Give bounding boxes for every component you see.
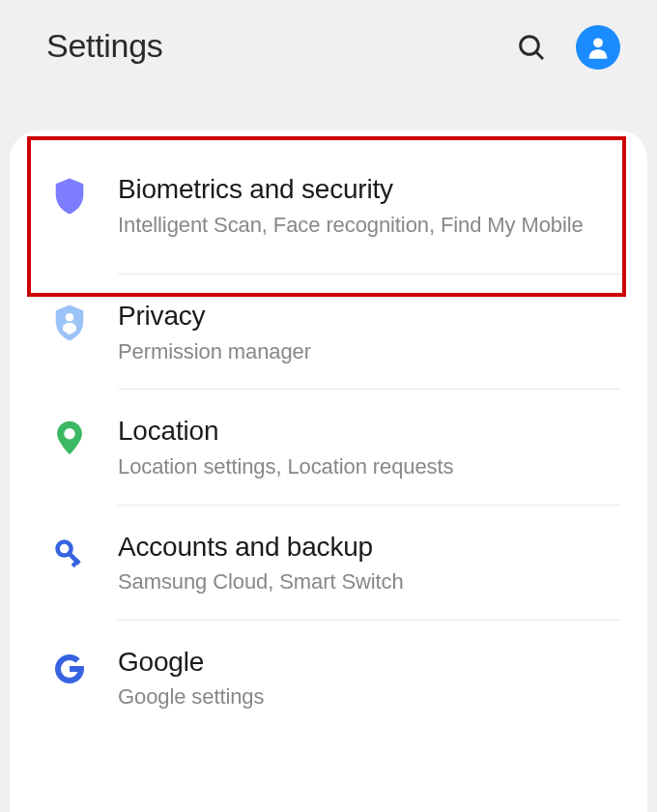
header: Settings [0, 0, 657, 130]
item-subtitle: Permission manager [118, 338, 616, 366]
item-content: Google Google settings [97, 646, 616, 711]
svg-line-1 [536, 52, 543, 59]
item-subtitle: Google settings [118, 683, 616, 711]
shield-person-icon [43, 304, 97, 342]
key-icon [43, 535, 97, 573]
list-item-accounts[interactable]: Accounts and backup Samsung Cloud, Smart… [10, 506, 647, 620]
item-title: Accounts and backup [118, 531, 616, 564]
svg-point-0 [521, 37, 539, 55]
item-content: Location Location settings, Location req… [97, 415, 616, 480]
google-icon [43, 650, 97, 688]
svg-point-2 [593, 38, 603, 47]
settings-card: Biometrics and security Intelligent Scan… [10, 130, 647, 812]
shield-icon [43, 177, 97, 216]
item-title: Google [118, 646, 616, 679]
item-content: Privacy Permission manager [97, 300, 616, 365]
item-title: Biometrics and security [118, 173, 616, 206]
location-pin-icon [43, 419, 97, 457]
profile-button[interactable] [576, 25, 620, 70]
item-content: Biometrics and security Intelligent Scan… [97, 173, 616, 239]
item-title: Privacy [118, 300, 616, 333]
list-item-google[interactable]: Google Google settings [10, 621, 647, 735]
item-content: Accounts and backup Samsung Cloud, Smart… [97, 531, 616, 596]
svg-point-4 [64, 428, 74, 439]
list-item-privacy[interactable]: Privacy Permission manager [10, 275, 647, 389]
list-item-biometrics[interactable]: Biometrics and security Intelligent Scan… [10, 136, 647, 274]
search-button[interactable] [514, 30, 549, 65]
item-subtitle: Intelligent Scan, Face recognition, Find… [118, 212, 616, 240]
list-item-location[interactable]: Location Location settings, Location req… [10, 390, 647, 504]
item-subtitle: Location settings, Location requests [118, 453, 616, 481]
header-actions [514, 25, 620, 70]
item-subtitle: Samsung Cloud, Smart Switch [118, 568, 616, 596]
page-title: Settings [46, 27, 162, 65]
item-title: Location [118, 415, 616, 448]
person-icon [585, 34, 612, 61]
svg-point-3 [66, 313, 74, 322]
search-icon [516, 32, 547, 63]
